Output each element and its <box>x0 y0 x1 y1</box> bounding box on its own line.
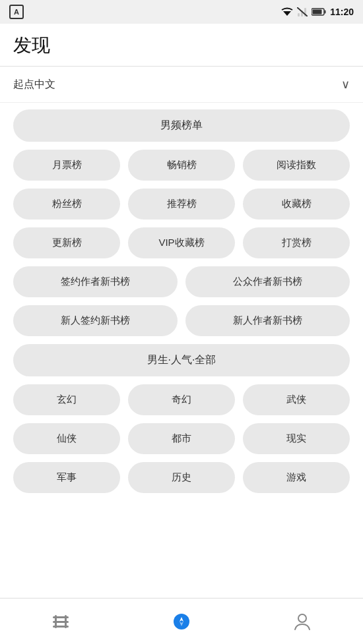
main-content: 起点中文 ∨ 男频榜单 月票榜 畅销榜 阅读指数 粉丝榜 推荐榜 收藏榜 更新榜… <box>0 67 363 598</box>
svg-rect-6 <box>325 11 326 14</box>
wifi-icon <box>281 7 293 16</box>
nav-item-bookshelf[interactable] <box>0 599 121 644</box>
svg-rect-7 <box>313 10 322 15</box>
tags-section: 男频榜单 月票榜 畅销榜 阅读指数 粉丝榜 推荐榜 收藏榜 更新榜 VIP收藏榜… <box>0 103 363 508</box>
tag-reality[interactable]: 现实 <box>243 423 350 454</box>
tag-signed-author-new[interactable]: 签约作者新书榜 <box>13 266 178 297</box>
chevron-down-icon: ∨ <box>341 77 350 92</box>
nav-item-profile[interactable] <box>242 599 363 644</box>
svg-point-16 <box>298 614 306 622</box>
svg-marker-0 <box>283 11 291 16</box>
tag-wuxia[interactable]: 武侠 <box>243 384 350 415</box>
nav-item-discover[interactable] <box>121 599 242 644</box>
tag-row-6: 玄幻 奇幻 武侠 <box>13 384 350 415</box>
a-icon: A <box>9 5 24 19</box>
male-chart-tag[interactable]: 男频榜单 <box>13 109 350 142</box>
page-title: 发现 <box>13 33 350 58</box>
tag-vip-favorites[interactable]: VIP收藏榜 <box>128 227 235 258</box>
tag-row-4: 签约作者新书榜 公众作者新书榜 <box>13 266 350 297</box>
profile-icon <box>294 612 311 631</box>
tag-xuanhuan[interactable]: 玄幻 <box>13 384 120 415</box>
tag-newbie-author-new[interactable]: 新人作者新书榜 <box>185 305 350 336</box>
page-header: 发现 <box>0 24 363 67</box>
svg-rect-12 <box>65 615 67 628</box>
tag-fans[interactable]: 粉丝榜 <box>13 189 120 220</box>
male-popular-tag[interactable]: 男生·人气·全部 <box>13 344 350 376</box>
signal-icon <box>297 7 308 16</box>
tag-row-5: 新人签约新书榜 新人作者新书榜 <box>13 305 350 336</box>
dropdown-label: 起点中文 <box>13 78 55 92</box>
tag-row-1: 月票榜 畅销榜 阅读指数 <box>13 150 350 181</box>
status-bar: A 11:20 <box>0 0 363 24</box>
tag-public-author-new[interactable]: 公众作者新书榜 <box>185 266 350 297</box>
svg-rect-1 <box>298 13 300 16</box>
tag-dushi[interactable]: 都市 <box>128 423 235 454</box>
compass-icon <box>172 612 191 631</box>
bookshelf-icon <box>51 614 70 629</box>
tag-game[interactable]: 游戏 <box>243 462 350 493</box>
tag-row-7: 仙侠 都市 现实 <box>13 423 350 454</box>
tag-recommended[interactable]: 推荐榜 <box>128 189 235 220</box>
source-dropdown[interactable]: 起点中文 ∨ <box>0 67 363 103</box>
tag-bestseller[interactable]: 畅销榜 <box>128 150 235 181</box>
tag-row-2: 粉丝榜 推荐榜 收藏榜 <box>13 189 350 220</box>
tag-row-3: 更新榜 VIP收藏榜 打赏榜 <box>13 227 350 258</box>
tag-military[interactable]: 军事 <box>13 462 120 493</box>
tag-favorites[interactable]: 收藏榜 <box>243 189 350 220</box>
tag-qihuan[interactable]: 奇幻 <box>128 384 235 415</box>
bottom-nav <box>0 598 363 644</box>
svg-point-13 <box>174 614 189 629</box>
tag-history[interactable]: 历史 <box>128 462 235 493</box>
tag-update[interactable]: 更新榜 <box>13 227 120 258</box>
tag-reward[interactable]: 打赏榜 <box>243 227 350 258</box>
tag-newbie-signed-new[interactable]: 新人签约新书榜 <box>13 305 178 336</box>
tag-xianxia[interactable]: 仙侠 <box>13 423 120 454</box>
status-left: A <box>9 5 24 19</box>
tag-row-8: 军事 历史 游戏 <box>13 462 350 493</box>
battery-icon <box>312 8 326 16</box>
svg-rect-11 <box>55 615 57 628</box>
status-time: 11:20 <box>330 7 354 17</box>
tag-monthly-ticket[interactable]: 月票榜 <box>13 150 120 181</box>
tag-reading-index[interactable]: 阅读指数 <box>243 150 350 181</box>
status-right: 11:20 <box>281 7 354 17</box>
